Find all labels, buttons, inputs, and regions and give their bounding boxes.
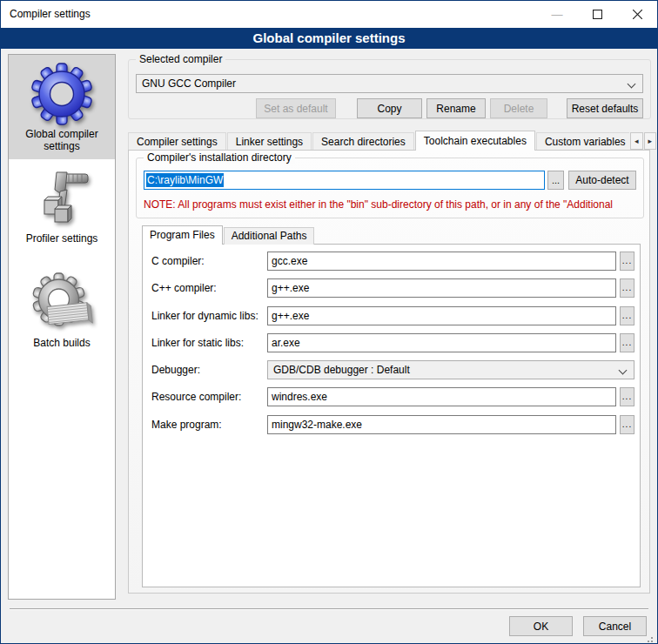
make-program-input[interactable] bbox=[267, 415, 616, 434]
debugger-label: Debugger: bbox=[151, 360, 200, 379]
set-as-default-button[interactable]: Set as default bbox=[256, 98, 336, 118]
sidebar-item-profiler-settings[interactable]: Profiler settings bbox=[9, 159, 115, 264]
tab-additional-paths[interactable]: Additional Paths bbox=[224, 227, 315, 245]
caliper-icon bbox=[30, 167, 93, 230]
close-icon bbox=[633, 10, 642, 19]
reset-defaults-button[interactable]: Reset defaults bbox=[567, 98, 643, 118]
tab-scroll-buttons: ◂ ▸ bbox=[630, 132, 657, 150]
maximize-button[interactable] bbox=[577, 1, 617, 28]
installation-directory-group-label: Compiler's installation directory bbox=[144, 151, 295, 164]
linker-static-input[interactable] bbox=[267, 333, 616, 352]
linker-static-browse-button[interactable]: ... bbox=[620, 333, 634, 352]
cpp-compiler-input[interactable] bbox=[267, 278, 616, 298]
window-title: Compiler settings bbox=[1, 1, 537, 28]
sidebar-item-label: Profiler settings bbox=[26, 232, 98, 245]
ok-button[interactable]: OK bbox=[509, 616, 573, 636]
tab-custom-variables[interactable]: Custom variables bbox=[536, 132, 629, 151]
resource-compiler-input[interactable] bbox=[267, 387, 616, 406]
linker-dynamic-input[interactable] bbox=[267, 306, 616, 325]
blue-gear-icon bbox=[30, 63, 93, 125]
make-program-browse-button[interactable]: ... bbox=[620, 415, 634, 434]
rename-button[interactable]: Rename bbox=[426, 98, 486, 118]
linker-static-label: Linker for static libs: bbox=[151, 333, 244, 352]
c-compiler-input[interactable] bbox=[267, 252, 616, 271]
resize-grip[interactable] bbox=[651, 637, 653, 639]
compiler-settings-dialog: Compiler settings — Global compiler sett… bbox=[0, 0, 658, 644]
tab-search-directories[interactable]: Search directories bbox=[312, 132, 414, 151]
make-program-label: Make program: bbox=[151, 415, 222, 434]
tab-scroll-left-icon[interactable]: ◂ bbox=[630, 132, 643, 150]
toolchain-executables-page: Compiler's installation directory C:\ray… bbox=[128, 150, 650, 594]
bin-subdirectory-note: NOTE: All programs must exist either in … bbox=[144, 198, 641, 211]
minimize-button[interactable]: — bbox=[537, 1, 577, 28]
auto-detect-button[interactable]: Auto-detect bbox=[568, 171, 636, 190]
selected-compiler-group: Selected compiler GNU GCC Compiler Set a… bbox=[128, 59, 651, 119]
installation-directory-input[interactable]: C:\raylib\MinGW bbox=[144, 171, 545, 190]
gray-gear-stack-icon bbox=[30, 272, 93, 334]
maximize-icon bbox=[593, 10, 602, 19]
installation-directory-row: C:\raylib\MinGW ... Auto-detect bbox=[144, 171, 636, 190]
compiler-select-value: GNU GCC Compiler bbox=[142, 77, 236, 90]
copy-button[interactable]: Copy bbox=[357, 98, 422, 118]
resource-compiler-browse-button[interactable]: ... bbox=[620, 387, 634, 406]
sidebar-item-label: Batch builds bbox=[33, 337, 90, 349]
installation-directory-group: Compiler's installation directory C:\ray… bbox=[136, 158, 644, 218]
program-files-page: C compiler: ... C++ compiler: ... Linker… bbox=[142, 244, 641, 587]
sidebar-item-batch-builds[interactable]: Batch builds bbox=[9, 264, 115, 368]
tab-toolchain-executables[interactable]: Toolchain executables bbox=[415, 131, 535, 151]
delete-button[interactable]: Delete bbox=[490, 98, 547, 118]
compiler-select[interactable]: GNU GCC Compiler bbox=[136, 74, 643, 93]
compiler-buttons-row: Set as default Copy Rename Delete Reset … bbox=[136, 98, 643, 118]
installation-directory-browse-button[interactable]: ... bbox=[547, 171, 564, 190]
c-compiler-browse-button[interactable]: ... bbox=[620, 252, 634, 271]
chevron-down-icon bbox=[628, 80, 636, 89]
tab-program-files[interactable]: Program Files bbox=[142, 225, 223, 245]
resource-compiler-label: Resource compiler: bbox=[151, 387, 241, 406]
sidebar-item-label: Global compiler settings bbox=[17, 128, 107, 152]
cpp-compiler-browse-button[interactable]: ... bbox=[620, 278, 634, 298]
title-bar: Compiler settings — bbox=[1, 1, 657, 28]
debugger-select-value: GDB/CDB debugger : Default bbox=[273, 364, 410, 376]
program-files-tab-bar: Program Files Additional Paths bbox=[142, 225, 315, 245]
linker-dynamic-browse-button[interactable]: ... bbox=[620, 306, 634, 325]
selected-compiler-group-label: Selected compiler bbox=[136, 53, 225, 65]
sidebar-item-global-compiler-settings[interactable]: Global compiler settings bbox=[9, 55, 115, 159]
debugger-select[interactable]: GDB/CDB debugger : Default bbox=[267, 360, 634, 379]
dialog-body: Global compiler settings bbox=[1, 49, 657, 643]
settings-category-list: Global compiler settings bbox=[8, 54, 116, 600]
footer-divider bbox=[10, 608, 648, 610]
c-compiler-label: C compiler: bbox=[151, 252, 205, 271]
dialog-heading: Global compiler settings bbox=[1, 28, 657, 49]
minimize-icon: — bbox=[552, 8, 563, 21]
tab-scroll-right-icon[interactable]: ▸ bbox=[644, 132, 657, 150]
tab-linker-settings[interactable]: Linker settings bbox=[227, 132, 312, 151]
linker-dynamic-label: Linker for dynamic libs: bbox=[151, 306, 258, 325]
tab-compiler-settings[interactable]: Compiler settings bbox=[128, 132, 226, 151]
close-button[interactable] bbox=[617, 1, 657, 28]
cpp-compiler-label: C++ compiler: bbox=[151, 278, 217, 298]
installation-directory-value: C:\raylib\MinGW bbox=[146, 173, 224, 187]
chevron-down-icon bbox=[619, 366, 628, 375]
cancel-button[interactable]: Cancel bbox=[583, 616, 647, 636]
settings-tab-bar: Compiler settings Linker settings Search… bbox=[128, 131, 629, 151]
